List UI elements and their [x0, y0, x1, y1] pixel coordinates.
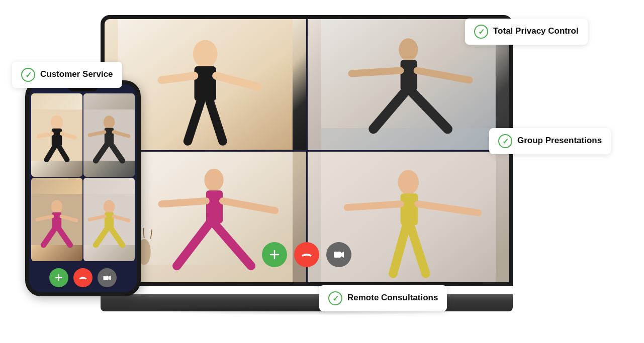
total-privacy-label: ✓ Total Privacy Control — [465, 19, 588, 45]
svg-line-45 — [39, 134, 52, 136]
phone-video-cell-4 — [83, 178, 135, 261]
laptop-hinge — [101, 294, 513, 300]
svg-line-7 — [161, 76, 194, 80]
group-presentations-label: ✓ Group Presentations — [489, 128, 611, 154]
phone-video-grid — [29, 91, 137, 263]
laptop-device — [101, 15, 513, 311]
total-privacy-text: Total Privacy Control — [493, 25, 579, 37]
remote-consultations-label: ✓ Remote Consultations — [319, 285, 447, 311]
svg-rect-6 — [195, 66, 216, 101]
svg-line-34 — [347, 204, 400, 207]
svg-point-25 — [205, 168, 224, 191]
svg-marker-41 — [341, 252, 344, 258]
laptop-end-call-button[interactable] — [294, 242, 319, 267]
phone-video-cell-3 — [31, 178, 82, 261]
phone-video-cell-2 — [83, 93, 135, 177]
laptop-add-button[interactable] — [262, 242, 287, 267]
phone-camera-button[interactable] — [98, 268, 117, 287]
group-presentations-text: Group Presentations — [517, 134, 602, 146]
svg-point-32 — [398, 170, 419, 194]
phone-controls — [29, 263, 137, 292]
svg-point-50 — [104, 116, 115, 129]
remote-consultations-text: Remote Consultations — [347, 291, 438, 303]
total-privacy-check-icon: ✓ — [474, 25, 488, 39]
scene: ✓ Customer Service ✓ Total Privacy Contr… — [0, 0, 644, 343]
svg-line-15 — [351, 70, 400, 73]
svg-rect-12 — [321, 128, 495, 150]
customer-service-text: Customer Service — [40, 68, 113, 80]
phone-device — [25, 80, 141, 296]
svg-line-27 — [161, 201, 206, 204]
svg-rect-20 — [118, 265, 293, 282]
laptop-screen-body — [101, 15, 513, 286]
phone-end-call-button[interactable] — [73, 268, 93, 287]
svg-point-13 — [399, 38, 418, 61]
phone-add-button[interactable] — [49, 268, 68, 287]
svg-rect-40 — [334, 252, 341, 258]
svg-rect-14 — [400, 60, 417, 91]
customer-service-label: ✓ Customer Service — [12, 62, 122, 88]
customer-service-check-icon: ✓ — [21, 68, 35, 82]
remote-consultations-check-icon: ✓ — [328, 291, 342, 305]
laptop-controls — [262, 242, 351, 267]
svg-rect-72 — [104, 276, 109, 280]
svg-point-57 — [51, 200, 62, 213]
laptop-camera-button[interactable] — [326, 242, 351, 267]
group-presentations-check-icon: ✓ — [498, 134, 512, 148]
svg-point-64 — [104, 200, 115, 213]
svg-point-5 — [193, 40, 218, 68]
svg-marker-73 — [109, 276, 111, 280]
svg-rect-26 — [206, 190, 223, 223]
phone-video-cell-1 — [31, 93, 82, 177]
svg-rect-44 — [52, 129, 62, 147]
phone-screen — [29, 84, 137, 292]
svg-rect-33 — [400, 193, 418, 225]
svg-point-43 — [51, 115, 63, 130]
laptop-base — [101, 300, 513, 311]
